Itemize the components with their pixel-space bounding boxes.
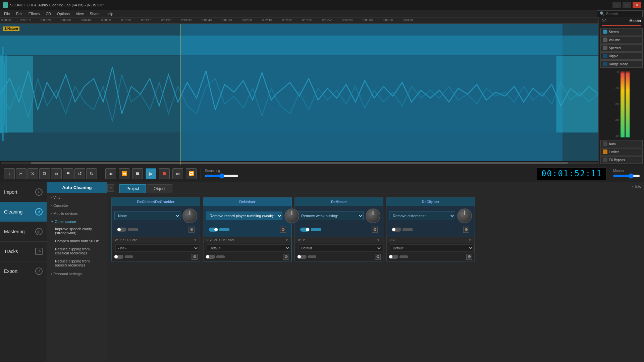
toolbar-undo2-button[interactable]: ↺ [74, 168, 85, 179]
denoiser-toggle[interactable] [209, 228, 218, 232]
time-tick: 0:02:00 [242, 18, 252, 22]
category-personal[interactable]: › Personal settings [47, 269, 107, 277]
sidebar-item-cleaning[interactable]: Cleaning ↺ [0, 202, 47, 222]
effect-declicker-header: DeClicker/DeCrackler [112, 198, 200, 206]
vst-declipper-preset-select[interactable]: Default [390, 244, 474, 252]
vst-dehisser-toggle[interactable] [297, 255, 307, 259]
minimize-button[interactable]: ─ [612, 2, 621, 8]
preset-classical-clipping[interactable]: Reduce clipping from classical recording… [47, 245, 107, 257]
skip-end-button[interactable]: ⏭ [172, 168, 183, 179]
denoiser-settings-button[interactable]: ⚙ [280, 227, 286, 233]
volume-label: Volume [609, 38, 620, 42]
declipper-knob[interactable] [457, 208, 472, 223]
preset-mains-hum[interactable]: Dampen mains hum 50 Hz [47, 237, 107, 245]
vst-declipper-preset-row: Default [387, 243, 474, 253]
skip-start-button[interactable]: ⏮ [105, 168, 116, 179]
spectral-button[interactable]: Spectral [600, 44, 643, 52]
vst-gate-toggle[interactable] [114, 255, 123, 259]
declicker-preset-select[interactable]: None [114, 212, 180, 220]
vst-deesser-settings-button[interactable]: ⚙ [283, 254, 289, 260]
record-button[interactable] [159, 168, 170, 179]
sidebar-item-tracks[interactable]: Tracks 10 [0, 242, 47, 261]
time-tick: 0:01:20 [161, 18, 171, 22]
info-button[interactable]: « Info [632, 184, 641, 188]
vst-gate-settings-button[interactable]: ⚙ [192, 254, 198, 260]
tab-project[interactable]: Project [119, 184, 146, 193]
vinyl-arrow: › [51, 196, 52, 199]
declicker-toggle[interactable] [117, 228, 126, 232]
vst-declipper-toggle[interactable] [389, 255, 398, 259]
auto-button[interactable]: Auto [600, 140, 643, 147]
prev-button[interactable]: ⏪ [119, 168, 129, 179]
category-vinyl[interactable]: › Vinyl [47, 193, 107, 201]
stereo-button[interactable]: Stereo [600, 28, 643, 36]
declicker-settings-button[interactable]: ⚙ [189, 227, 195, 233]
menu-view[interactable]: View [73, 11, 87, 16]
dehisser-knob[interactable] [366, 208, 380, 223]
play-button[interactable]: ▶ [146, 168, 156, 179]
declipper-preset-select[interactable]: Remove distortions* [389, 212, 455, 220]
vst-dehisser-preset-select[interactable]: Default [299, 244, 382, 252]
toolbar-flag-button[interactable]: ⚑ [63, 168, 73, 179]
toolbar-delete-button[interactable]: ✕ [28, 168, 38, 179]
menu-help[interactable]: Help [103, 11, 116, 16]
menu-edit[interactable]: Edit [13, 11, 25, 16]
denoiser-knob[interactable] [284, 208, 299, 223]
toolbar-paste-button[interactable]: ⧈ [51, 168, 62, 179]
vst-deesser-preset-select[interactable]: Default [207, 244, 290, 252]
repeat-button[interactable]: 🔁 [186, 168, 197, 179]
preset-speech-clarity[interactable]: Improve speech clarity (strong wind) [47, 225, 107, 237]
sidebar-export-label: Export [4, 268, 17, 274]
category-mobile[interactable]: › Mobile devices [47, 209, 107, 217]
stereo-icon [603, 29, 607, 34]
menu-effects[interactable]: Effects [26, 11, 42, 16]
sidebar-item-import[interactable]: Import ↩ [0, 182, 47, 202]
playhead[interactable] [180, 24, 180, 165]
toolbar-redo-button[interactable]: ↻ [86, 168, 97, 179]
vst-declipper-settings-button[interactable]: ⚙ [466, 254, 472, 260]
category-cassette[interactable]: › Cassette [47, 201, 107, 209]
maximize-button[interactable]: □ [623, 2, 631, 8]
tab-object[interactable]: Object [147, 184, 172, 193]
mobile-arrow: › [51, 212, 52, 215]
menu-options[interactable]: Options [54, 11, 72, 16]
window-controls[interactable]: ─ □ ✕ [612, 2, 641, 8]
dehisser-preset-select[interactable]: Remove weak hissing* [298, 212, 364, 220]
declipper-settings-button[interactable]: ⚙ [463, 227, 469, 233]
ripple-button[interactable]: Ripple [600, 52, 643, 60]
waveform-scrollbar[interactable] [0, 161, 598, 165]
denoiser-preset-select[interactable]: Remove record player rumbling (weak)* [206, 212, 282, 220]
vst-gate-preset-select[interactable]: - init - [115, 244, 199, 252]
fx-bypass-button[interactable]: FX Bypass [600, 156, 643, 164]
app-icon [3, 2, 8, 8]
category-other[interactable]: ∨ Other source [47, 217, 107, 225]
effect-denoiser-body: Remove record player rumbling (weak)* ⚙ [203, 206, 291, 237]
ripple-label: Ripple [609, 54, 618, 58]
dehisser-toggle[interactable] [300, 228, 310, 232]
monitor-slider[interactable] [613, 173, 640, 179]
menu-cd[interactable]: CD [43, 11, 54, 16]
stop-button[interactable]: ⏹ [132, 168, 143, 179]
vst-dehisser-settings-button[interactable]: ⚙ [375, 254, 381, 260]
toolbar-copy-button[interactable]: ⧉ [39, 168, 50, 179]
range-mode-button[interactable]: Range Mode [600, 60, 643, 68]
toolbar-cut-button[interactable]: ✂ [16, 168, 26, 179]
menu-share[interactable]: Share [87, 11, 102, 16]
limiter-button[interactable]: Limiter [600, 148, 643, 156]
vst-deesser-toggle[interactable] [206, 255, 215, 259]
scrub-slider[interactable] [205, 173, 238, 179]
close-button[interactable]: ✕ [633, 2, 641, 8]
sidebar-item-mastering[interactable]: Mastering ◎ [0, 222, 47, 242]
toolbar-undo-button[interactable]: ↓ [4, 168, 15, 179]
declipper-toggle[interactable] [392, 228, 401, 232]
waveform-display[interactable]: 0:00:00 0:00:10 0:00:20 0:00:30 0:00:40 … [0, 17, 599, 165]
sidebar-item-export[interactable]: Export ↗ [0, 261, 47, 281]
search-input[interactable] [606, 12, 640, 16]
declicker-knob[interactable] [182, 208, 197, 223]
volume-button[interactable]: Volume [600, 36, 643, 44]
preset-speech-clipping[interactable]: Reduce clipping from speech recordings [47, 257, 107, 269]
menu-file[interactable]: File [1, 11, 13, 16]
collapse-panel-button[interactable]: « [107, 184, 114, 192]
main-area: 0:00:00 0:00:10 0:00:20 0:00:30 0:00:40 … [0, 17, 644, 362]
dehisser-settings-button[interactable]: ⚙ [372, 227, 378, 233]
